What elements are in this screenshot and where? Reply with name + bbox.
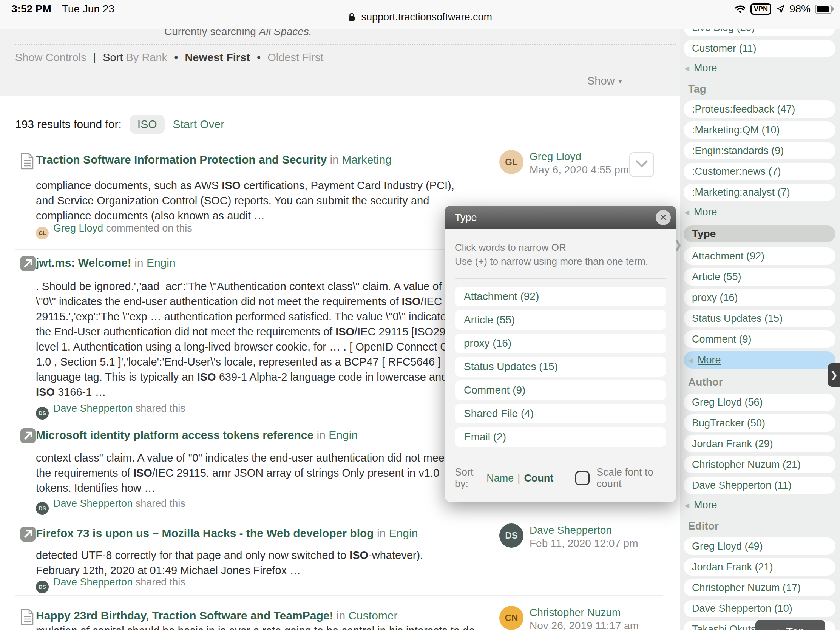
- popup-type-item[interactable]: proxy (16): [455, 333, 666, 353]
- result-title-row[interactable]: jwt.ms: Welcome! in Engin: [36, 255, 504, 270]
- popup-type-item[interactable]: Attachment (92): [455, 287, 666, 306]
- sort-by-rank-link[interactable]: By Rank: [126, 51, 168, 63]
- ios-status-bar: 3:52 PMTue Jun 23 support.tractionsoftwa…: [0, 0, 840, 29]
- popup-type-item[interactable]: Comment (9): [455, 381, 666, 400]
- footer-action: commented on this: [103, 223, 192, 234]
- popup-footer: Sort by: Name | Count Scale font to coun…: [455, 465, 666, 493]
- facet-pill[interactable]: Customer (11): [684, 39, 835, 57]
- facet-pill[interactable]: Live Blog (20): [684, 29, 835, 36]
- footer-author-link[interactable]: Dave Shepperton: [53, 403, 133, 414]
- byline-author[interactable]: Christopher Nuzum: [529, 606, 639, 619]
- facet-pill[interactable]: :Customer:news (7): [684, 163, 835, 180]
- divider: [15, 145, 663, 145]
- result-footer: DSDave Shepperton shared this: [36, 403, 185, 420]
- footer-action: shared this: [133, 576, 185, 588]
- more-link[interactable]: ◀More: [684, 497, 835, 513]
- sort-by-count-link[interactable]: Count: [524, 472, 553, 484]
- sort-oldest-first-link[interactable]: Oldest First: [267, 51, 323, 63]
- result-title[interactable]: Happy 23rd Birthday, Traction Software a…: [36, 609, 333, 622]
- footer-author-link[interactable]: Dave Shepperton: [53, 498, 133, 509]
- facet-pill[interactable]: Article (55): [684, 268, 835, 286]
- status-right: VPN 98%: [735, 2, 832, 16]
- result-space-link[interactable]: Customer: [348, 609, 397, 622]
- sidebar-section-header: Editor: [688, 520, 835, 532]
- chevron-left-icon: ◀: [684, 502, 689, 509]
- result-title-row[interactable]: Happy 23rd Birthday, Traction Software a…: [36, 608, 504, 623]
- safari-url-bar[interactable]: support.tractionsoftware.com: [0, 11, 840, 23]
- result-space-link[interactable]: Engin: [147, 256, 175, 269]
- facet-pill[interactable]: Jordan Frank (29): [684, 435, 835, 453]
- result-space-link[interactable]: Engin: [328, 429, 358, 441]
- facet-pill[interactable]: Greg Lloyd (49): [684, 537, 835, 555]
- avatar: DS: [499, 524, 524, 548]
- popup-type-item[interactable]: Shared File (4): [455, 404, 666, 423]
- sort-newest-first-link[interactable]: Newest First: [185, 51, 249, 63]
- location-icon: [776, 5, 785, 14]
- facet-pill[interactable]: Christopher Nuzum (21): [684, 456, 835, 473]
- facet-pill[interactable]: :Marketing:analyst (7): [684, 183, 835, 201]
- lock-icon: [348, 13, 355, 22]
- popup-header[interactable]: Type ✕: [445, 206, 676, 229]
- close-icon[interactable]: ✕: [656, 210, 671, 225]
- byline-date: May 6, 2020 4:55 pm: [529, 164, 629, 176]
- result-menu-button[interactable]: [629, 152, 654, 177]
- more-link[interactable]: ◀More: [684, 351, 835, 369]
- popup-type-item[interactable]: Status Updates (15): [455, 357, 666, 377]
- result-space-link[interactable]: Engin: [389, 527, 418, 539]
- more-link[interactable]: ◀More: [684, 204, 835, 219]
- facet-pill[interactable]: Comment (9): [684, 330, 835, 348]
- scroll-top-button[interactable]: ↑ Top: [755, 620, 825, 630]
- sidebar-section: Live Blog (20)Customer (11)◀More: [684, 29, 835, 76]
- facet-pill[interactable]: :Marketing:QM (10): [684, 121, 835, 139]
- more-link[interactable]: ◀More: [684, 60, 835, 76]
- scale-font-checkbox[interactable]: [575, 471, 590, 485]
- result-title-row[interactable]: Microsoft identity platform access token…: [36, 428, 504, 443]
- sort-by-name-link[interactable]: Name: [486, 472, 514, 484]
- result-title[interactable]: Traction Software Information Protection…: [36, 153, 327, 166]
- facet-pill[interactable]: Greg Lloyd (56): [684, 393, 835, 411]
- facet-pill[interactable]: proxy (16): [684, 289, 835, 306]
- facet-pill[interactable]: Status Updates (15): [684, 310, 835, 327]
- result-byline: GLGreg LloydMay 6, 2020 4:55 pm: [499, 150, 629, 176]
- popup-type-item[interactable]: Article (55): [455, 310, 666, 330]
- byline-author[interactable]: Greg Lloyd: [529, 150, 629, 164]
- facet-pill[interactable]: Jordan Frank (21): [684, 558, 835, 576]
- facet-pill[interactable]: Dave Shepperton (10): [684, 600, 835, 617]
- chevron-down-icon: ▼: [617, 78, 624, 85]
- result-space-link[interactable]: Marketing: [342, 153, 392, 166]
- popup-type-item[interactable]: Email (2): [455, 427, 666, 447]
- query-chip[interactable]: ISO: [130, 115, 165, 134]
- sidebar-collapse-tab[interactable]: ❯: [828, 363, 840, 387]
- facet-pill[interactable]: :Proteus:feedback (47): [684, 101, 835, 118]
- facet-pill[interactable]: Attachment (92): [684, 247, 835, 265]
- more-label: More: [694, 499, 717, 511]
- avatar: DS: [36, 581, 49, 594]
- result-title-row[interactable]: Firefox 73 is upon us – Mozilla Hacks - …: [36, 526, 504, 541]
- result-title[interactable]: jwt.ms: Welcome!: [36, 256, 131, 269]
- footer-author-link[interactable]: Dave Shepperton: [53, 576, 133, 588]
- more-label: More: [698, 354, 721, 366]
- avatar: DS: [36, 502, 49, 515]
- document-icon: [21, 609, 34, 627]
- show-dropdown[interactable]: Show▼: [587, 75, 623, 87]
- search-controls-band: Currently searching All Spaces. Show Con…: [0, 29, 680, 96]
- sidebar-section-header[interactable]: Type: [684, 226, 835, 242]
- show-controls-link[interactable]: Show Controls: [15, 51, 87, 63]
- popup-instructions: Click words to narrow ORUse (+) to narro…: [455, 241, 666, 268]
- result-title[interactable]: Microsoft identity platform access token…: [36, 429, 314, 441]
- byline-author[interactable]: Dave Shepperton: [529, 524, 638, 537]
- avatar: GL: [36, 227, 49, 240]
- result-title-row[interactable]: Traction Software Information Protection…: [36, 152, 504, 167]
- battery-icon: [815, 5, 832, 14]
- facet-pill[interactable]: BugTracker (50): [684, 414, 835, 432]
- facet-pill[interactable]: Christopher Nuzum (17): [684, 579, 835, 596]
- sidebar-section-header: Tag: [688, 83, 835, 95]
- avatar: GL: [499, 150, 524, 174]
- facet-pill[interactable]: Dave Shepperton (11): [684, 477, 835, 494]
- result-title[interactable]: Firefox 73 is upon us – Mozilla Hacks - …: [36, 527, 374, 539]
- facet-pill[interactable]: :Engin:standards (9): [684, 142, 835, 159]
- facet-sidebar: Live Blog (20)Customer (11)◀MoreTag:Prot…: [680, 29, 840, 630]
- divider: [15, 595, 663, 595]
- footer-author-link[interactable]: Greg Lloyd: [53, 223, 103, 234]
- start-over-link[interactable]: Start Over: [173, 118, 225, 130]
